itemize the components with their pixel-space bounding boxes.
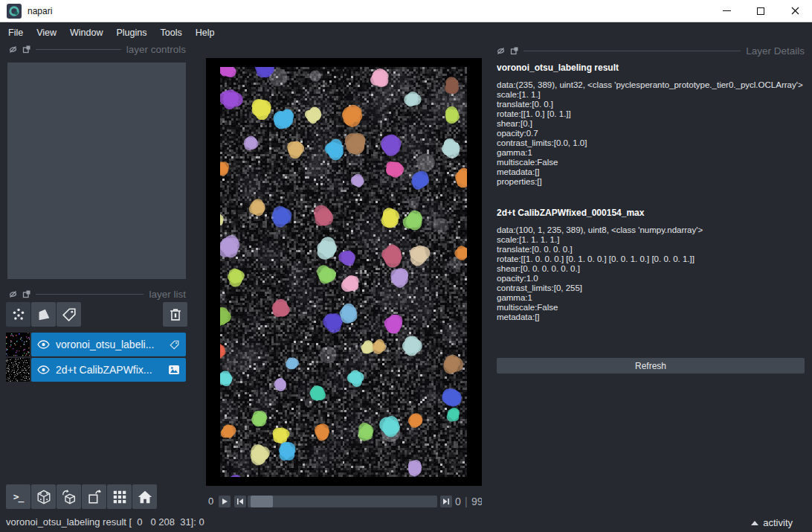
divider [36, 49, 121, 50]
maximize-button[interactable] [744, 0, 778, 22]
ndisplay-toggle-button[interactable] [31, 484, 56, 509]
detail-line: gamma:1 [497, 148, 808, 158]
layer-list-header: layer list [9, 288, 186, 300]
refresh-button[interactable]: Refresh [497, 358, 805, 374]
transpose-dimensions-button[interactable] [82, 484, 106, 509]
detail-line: multiscale:False [497, 303, 808, 313]
home-icon [137, 489, 153, 505]
layer-name: 2d+t CalibZAPWfix... [56, 364, 162, 376]
console-button[interactable]: >_ [6, 484, 30, 509]
viewer-canvas[interactable] [206, 58, 482, 486]
skip-to-start-icon [236, 498, 244, 505]
image-layer-thumbnail [6, 358, 30, 382]
detail-line: metadata:[] [497, 313, 808, 322]
layer-controls-panel [7, 63, 186, 279]
detail-line: gamma:1 [497, 293, 808, 303]
visibility-eye-icon[interactable] [37, 339, 50, 350]
menu-tools[interactable]: Tools [154, 22, 189, 42]
menu-window[interactable]: Window [63, 22, 109, 42]
frame-slider-track[interactable] [248, 496, 437, 507]
console-icon: >_ [13, 491, 24, 502]
hide-dock-icon[interactable] [9, 45, 17, 54]
menu-bar: File View Window Plugins Tools Help [0, 22, 812, 42]
float-dock-icon[interactable] [22, 290, 30, 298]
detail-line: scale:[1. 1.] [497, 90, 808, 100]
detail-line: translate:[0. 0.] [497, 100, 808, 109]
detail-line: opacity:1.0 [497, 274, 808, 283]
home-button[interactable] [132, 484, 157, 509]
points-icon [10, 307, 27, 323]
skip-to-end-icon [442, 498, 450, 505]
detail-line: contrast_limits:[0, 255] [497, 283, 808, 293]
window-controls [709, 0, 812, 22]
layer-controls-title: layer controls [126, 44, 186, 55]
layer-controls-header: layer controls [9, 43, 186, 55]
layer-list-title: layer list [149, 289, 186, 300]
layer-name: voronoi_otsu_labeli... [56, 339, 163, 350]
labels-layer-type-icon [169, 339, 180, 350]
close-button[interactable] [778, 0, 812, 22]
dims-slider-row: 0 0 | 99 [206, 493, 482, 510]
close-icon [791, 7, 799, 15]
new-points-layer-button[interactable] [6, 302, 30, 327]
float-dock-icon[interactable] [510, 47, 518, 55]
first-frame-button[interactable] [234, 496, 246, 507]
dims-axis-label: 0 [208, 496, 213, 507]
hide-dock-icon[interactable] [9, 290, 17, 298]
detail-line: shear:[0. 0. 0. 0. 0. 0.] [497, 264, 808, 274]
napari-window: napari File View Window Plugins Tools He… [0, 0, 812, 532]
hide-dock-icon[interactable] [497, 47, 505, 55]
transpose-icon [86, 489, 103, 505]
new-labels-layer-button[interactable] [57, 302, 81, 327]
detail-line: data:(235, 389), uint32, <class 'pyclesp… [497, 80, 808, 90]
layer-row-voronoi[interactable]: voronoi_otsu_labeli... [6, 333, 186, 356]
labels-layer-thumbnail [6, 333, 30, 356]
detail-line: opacity:0.7 [497, 129, 808, 138]
new-shapes-layer-button[interactable] [31, 302, 56, 327]
play-button[interactable] [219, 496, 231, 507]
tag-icon [61, 307, 77, 323]
roll-dimensions-button[interactable] [57, 484, 81, 509]
layer-row-calibzap[interactable]: 2d+t CalibZAPWfix... [6, 358, 186, 382]
menu-file[interactable]: File [1, 22, 30, 42]
detail-line: properties:[] [497, 177, 808, 187]
grid-icon [112, 489, 128, 505]
total-frames-label: 99 [471, 496, 482, 507]
layer-details-section-calibzap: 2d+t CalibZAPWfixed_000154_max data:(100… [497, 208, 808, 322]
detail-line: contrast_limits:[0.0, 1.0] [497, 138, 808, 148]
caret-up-icon [751, 521, 758, 525]
layer-chip-calibzap[interactable]: 2d+t CalibZAPWfix... [31, 358, 186, 382]
visibility-eye-icon[interactable] [37, 365, 50, 375]
layer-chip-voronoi[interactable]: voronoi_otsu_labeli... [31, 333, 186, 356]
detail-line: translate:[0. 0. 0. 0.] [497, 245, 808, 254]
napari-logo-icon [7, 4, 22, 19]
grid-view-button[interactable] [107, 484, 132, 509]
detail-line: data:(100, 1, 235, 389), uint8, <class '… [497, 225, 808, 235]
detail-line: scale:[1. 1. 1. 1.] [497, 235, 808, 245]
frame-slider-handle[interactable] [251, 496, 273, 507]
detail-line: rotate:[[1. 0. 0. 0.] [0. 1. 0. 0.] [0. … [497, 254, 808, 264]
current-frame-label: 0 [455, 496, 461, 507]
menu-help[interactable]: Help [189, 22, 222, 42]
minimize-button[interactable] [709, 0, 744, 22]
window-title: napari [28, 6, 52, 16]
layer-details-header: Layer Details [497, 45, 805, 57]
play-icon [221, 498, 228, 505]
divider [523, 51, 741, 51]
section-heading: 2d+t CalibZAPWfixed_000154_max [497, 208, 808, 218]
status-bar-text: voronoi_otsu_labeling result [ 0 0 208 3… [6, 516, 204, 528]
divider [36, 294, 144, 295]
roll-cube-icon [61, 489, 77, 505]
last-frame-button[interactable] [440, 496, 452, 507]
menu-view[interactable]: View [30, 22, 63, 42]
delete-layer-button[interactable] [163, 302, 187, 327]
activity-label: activity [763, 517, 793, 528]
menu-plugins[interactable]: Plugins [110, 22, 154, 42]
layer-details-section-voronoi: voronoi_otsu_labeling result data:(235, … [497, 63, 808, 187]
trash-icon [167, 307, 184, 323]
layer-details-title: Layer Details [746, 45, 805, 57]
float-dock-icon[interactable] [22, 45, 30, 54]
image-layers-render[interactable] [220, 67, 467, 477]
frame-separator: | [465, 496, 468, 507]
activity-button[interactable]: activity [751, 517, 793, 528]
